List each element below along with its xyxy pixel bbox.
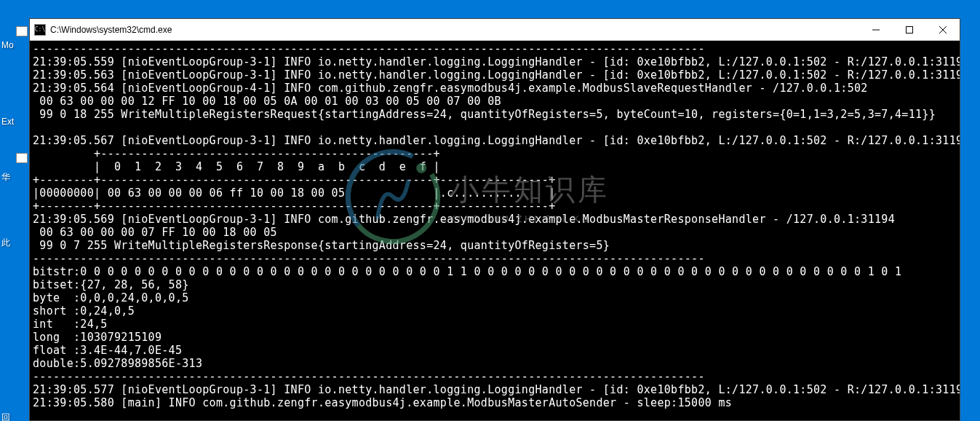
desktop-icon[interactable] <box>16 153 28 163</box>
title-bar[interactable]: C:\ C:\Windows\system32\cmd.exe <box>30 19 960 41</box>
window-title: C:\Windows\system32\cmd.exe <box>50 25 859 35</box>
svg-rect-0 <box>907 26 913 33</box>
desktop-icon[interactable] <box>16 26 28 36</box>
cmd-window: C:\ C:\Windows\system32\cmd.exe --------… <box>29 18 960 421</box>
close-icon <box>939 26 947 34</box>
window-controls <box>859 19 960 41</box>
desktop-label: Mo <box>1 40 14 50</box>
maximize-icon <box>906 26 913 34</box>
terminal-output[interactable]: ----------------------------------------… <box>30 41 960 420</box>
maximize-button[interactable] <box>893 19 926 41</box>
minimize-button[interactable] <box>859 19 893 41</box>
desktop-label: 华 <box>1 171 10 184</box>
minimize-icon <box>872 26 880 34</box>
cmd-icon: C:\ <box>34 24 46 36</box>
close-button[interactable] <box>926 19 960 41</box>
desktop-label: 此 <box>1 237 10 249</box>
desktop-label: 回 <box>1 412 10 421</box>
desktop-label: Ext <box>1 117 14 127</box>
